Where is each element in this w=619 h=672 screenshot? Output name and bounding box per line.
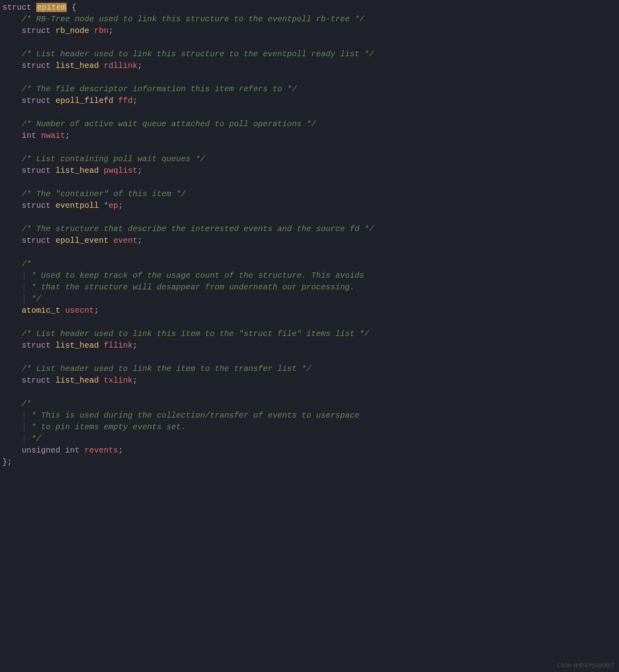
- field: usecnt: [65, 306, 94, 315]
- type: rb_node: [55, 26, 89, 35]
- comment: /* RB-Tree node used to link this struct…: [22, 14, 364, 24]
- semicolon: ;: [118, 446, 123, 455]
- comment: /* List header used to link the item to …: [22, 364, 311, 373]
- semicolon: ;: [133, 96, 137, 105]
- semicolon: ;: [109, 26, 113, 35]
- block-bar: │: [22, 271, 27, 280]
- type: list_head: [55, 61, 99, 70]
- comment: * Used to keep track of the usage count …: [27, 271, 364, 280]
- semicolon: ;: [137, 166, 142, 175]
- field: nwait: [41, 131, 65, 140]
- semicolon: ;: [65, 131, 70, 140]
- comment: */: [27, 294, 41, 303]
- comment: /*: [22, 399, 31, 408]
- comment: /* List containing poll wait queues */: [22, 154, 205, 164]
- comment: * This is used during the collection/tra…: [27, 411, 359, 420]
- keyword-struct: struct: [22, 26, 51, 35]
- field: event: [113, 236, 137, 245]
- field: fllink: [104, 341, 133, 350]
- semicolon: ;: [133, 341, 137, 350]
- field: revents: [84, 446, 118, 455]
- block-bar: │: [22, 422, 27, 432]
- comment: /* The file descriptor information this …: [22, 84, 297, 94]
- brace-open: {: [72, 3, 76, 12]
- type: epoll_event: [55, 236, 109, 245]
- block-bar: │: [22, 434, 27, 443]
- type: eventpoll: [55, 201, 99, 210]
- type: list_head: [55, 376, 99, 385]
- semicolon: ;: [118, 201, 123, 210]
- type: list_head: [55, 341, 99, 350]
- comment: */: [27, 434, 41, 443]
- field: rbn: [94, 26, 109, 35]
- type: epoll_filefd: [55, 96, 113, 105]
- type: list_head: [55, 166, 99, 175]
- comment: /* List header used to link this item to…: [22, 329, 369, 338]
- field: ep: [109, 201, 118, 210]
- keyword-int: int: [22, 131, 36, 140]
- keyword-struct: struct: [22, 376, 51, 385]
- field: pwqlist: [104, 166, 137, 175]
- keyword-struct: struct: [22, 166, 51, 175]
- comment: /* The structure that describe the inter…: [22, 224, 374, 234]
- comment: /* Number of active wait queue attached …: [22, 119, 316, 129]
- comment: /* List header used to link this structu…: [22, 49, 374, 59]
- comment: /*: [22, 259, 31, 268]
- type: atomic_t: [22, 306, 60, 315]
- comment: * to pin items empty events set.: [27, 422, 186, 432]
- keyword-struct: struct: [22, 201, 51, 210]
- keyword-struct: struct: [22, 341, 51, 350]
- keyword-struct: struct: [2, 3, 31, 12]
- block-bar: │: [22, 411, 27, 420]
- keyword-int: int: [65, 446, 80, 455]
- brace-close: };: [2, 457, 12, 467]
- block-bar: │: [22, 283, 27, 292]
- code-block: struct epitem { /* RB-Tree node used to …: [0, 0, 619, 470]
- pointer-star: *: [104, 201, 109, 210]
- keyword-struct: struct: [22, 236, 51, 245]
- keyword-struct: struct: [22, 61, 51, 70]
- semicolon: ;: [94, 306, 99, 315]
- keyword-struct: struct: [22, 96, 51, 105]
- semicolon: ;: [133, 376, 137, 385]
- comment: * that the structure will desappear from…: [27, 283, 355, 292]
- semicolon: ;: [137, 61, 142, 70]
- field: txlink: [104, 376, 133, 385]
- struct-name: epitem: [36, 3, 67, 12]
- keyword-unsigned: unsigned: [22, 446, 60, 455]
- comment: /* The "container" of this item */: [22, 189, 186, 199]
- field: rdllink: [104, 61, 137, 70]
- semicolon: ;: [137, 236, 142, 245]
- block-bar: │: [22, 294, 27, 303]
- field: ffd: [118, 96, 133, 105]
